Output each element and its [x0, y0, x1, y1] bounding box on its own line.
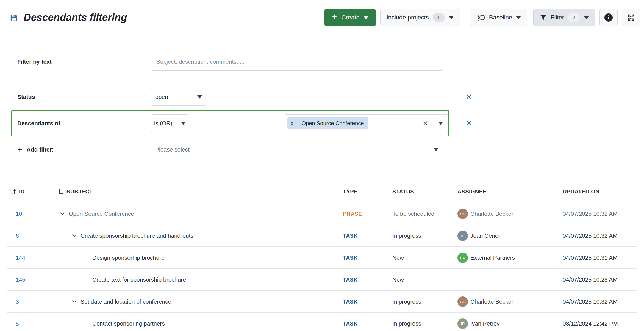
table-row[interactable]: 3 Set date and location of conference TA… — [7, 290, 637, 312]
fullscreen-button[interactable] — [622, 9, 640, 26]
table-row[interactable]: 6 Create sponsorship brochure and hand-o… — [7, 225, 637, 246]
chevron-down-icon — [449, 16, 454, 19]
filter-row-descendants: Descendants of is (OR) x Open Source Con… — [7, 110, 637, 136]
chevron-down-icon[interactable] — [71, 232, 77, 239]
type-badge: TASK — [343, 255, 392, 261]
filter-row-status: Status open ✕ — [7, 84, 637, 110]
chevron-down-icon — [363, 16, 368, 19]
work-package-id-link[interactable]: 10 — [7, 211, 22, 217]
work-package-id-link[interactable]: 145 — [7, 276, 25, 283]
type-badge: TASK — [343, 233, 392, 239]
status-operator-select[interactable]: open — [151, 88, 207, 106]
table-header-row: ID SUBJECT TYPE STATUS ASSIGNEE UPDATED … — [7, 181, 637, 203]
add-filter-placeholder: Please select — [155, 146, 190, 153]
type-badge: TASK — [343, 277, 392, 283]
filter-button[interactable]: Filter 2 — [533, 9, 595, 26]
chevron-down-icon — [181, 122, 186, 125]
plus-icon: + — [332, 12, 338, 22]
remove-status-filter-button[interactable]: ✕ — [466, 92, 472, 101]
add-filter-select[interactable]: Please select — [151, 141, 443, 158]
hierarchy-icon — [58, 188, 64, 195]
work-package-id-link[interactable]: 144 — [7, 254, 25, 261]
assignee-name: Charlotte Becker — [470, 298, 513, 305]
table-row[interactable]: 10 Open Source Conference PHASE To be sc… — [7, 203, 637, 225]
table-body: 10 Open Source Conference PHASE To be sc… — [7, 203, 637, 331]
descendants-filter-highlight: Descendants of is (OR) x Open Source Con… — [11, 110, 449, 136]
create-button[interactable]: + Create — [324, 9, 376, 26]
column-header-subject[interactable]: SUBJECT — [58, 188, 343, 195]
column-header-assignee[interactable]: ASSIGNEE — [457, 189, 563, 195]
status-text: In progress — [392, 320, 457, 327]
assignee-name: External Partners — [470, 254, 515, 261]
include-projects-label: Include projects — [387, 14, 429, 21]
updated-on-text: 04/07/2025 10:32 AM — [563, 232, 637, 239]
avatar: JC — [457, 231, 468, 241]
chevron-down-icon[interactable] — [71, 298, 77, 305]
chevron-down-icon — [434, 148, 438, 151]
table-row[interactable]: 145 Create text for sponsorship brochure… — [7, 268, 637, 290]
filter-by-text-label: Filter by text — [17, 58, 151, 65]
updated-on-text: 08/12/2024 12:42 PM — [563, 320, 637, 327]
remove-descendants-filter-button[interactable]: ✕ — [466, 119, 472, 128]
avatar: EP — [457, 253, 468, 263]
descendants-value-select[interactable]: x Open Source Conference ✕ — [285, 114, 448, 132]
status-text: In progress — [392, 232, 457, 239]
selected-value-chip: x Open Source Conference — [287, 117, 368, 129]
descendants-filter-label: Descendants of — [17, 120, 151, 127]
status-filter-label: Status — [17, 94, 151, 100]
type-badge: PHASE — [343, 211, 392, 217]
status-text: To be scheduled — [392, 211, 457, 217]
filter-count-badge: 2 — [568, 13, 580, 22]
add-filter-label: Add filter: — [27, 146, 54, 153]
updated-on-text: 04/07/2025 10:32 AM — [563, 211, 637, 217]
column-header-status[interactable]: STATUS — [392, 189, 457, 195]
subject-text: Create text for sponsorship brochure — [92, 276, 186, 283]
subject-text: Design sponsorhip brochure — [92, 254, 165, 261]
avatar: CB — [457, 209, 468, 219]
filter-button-label: Filter — [551, 14, 564, 21]
funnel-icon — [540, 14, 547, 21]
baseline-clock-icon — [478, 14, 485, 21]
updated-on-text: 04/07/2025 10:31 AM — [563, 254, 637, 261]
filter-row-add: + Add filter: Please select — [7, 136, 637, 163]
status-text: In progress — [392, 298, 457, 305]
info-button[interactable]: i — [599, 9, 618, 26]
page-title: Descendants filtering — [24, 12, 127, 23]
status-text: New — [392, 276, 457, 283]
baseline-button[interactable]: Baseline — [471, 9, 527, 26]
table-row[interactable]: 144 Design sponsorhip brochure TASK New … — [7, 246, 637, 268]
assignee-name: Ivan Petrov — [470, 320, 499, 327]
chip-remove-icon[interactable]: x — [287, 117, 297, 129]
assignee-name: - — [457, 276, 459, 283]
include-projects-count-badge: 1 — [433, 13, 445, 22]
updated-on-text: 04/07/2025 10:28 AM — [563, 276, 637, 283]
clear-value-icon[interactable]: ✕ — [423, 119, 428, 127]
filter-row-text: Filter by text — [7, 49, 637, 75]
column-header-updated-on[interactable]: UPDATED ON — [563, 189, 637, 195]
status-text: New — [392, 254, 457, 261]
save-icon[interactable] — [10, 13, 18, 22]
chevron-down-icon — [197, 95, 202, 99]
subject-text: Open Source Conference — [69, 211, 134, 217]
descendants-operator-select[interactable]: is (OR) — [151, 114, 189, 132]
filter-divider — [11, 79, 633, 79]
work-packages-table: ID SUBJECT TYPE STATUS ASSIGNEE UPDATED … — [7, 181, 637, 331]
avatar: CB — [457, 296, 468, 307]
column-header-id[interactable]: ID — [7, 188, 58, 195]
work-package-id-link[interactable]: 5 — [7, 320, 19, 327]
descendants-operator-value: is (OR) — [154, 120, 173, 127]
chevron-down-icon[interactable] — [59, 211, 66, 217]
column-header-type[interactable]: TYPE — [343, 189, 392, 195]
work-package-id-link[interactable]: 6 — [7, 232, 19, 239]
chevron-down-icon — [584, 16, 589, 19]
fullscreen-icon — [627, 13, 635, 22]
subject-text: Create sponsorship brochure and hand-out… — [80, 232, 193, 239]
table-row[interactable]: 5 Contact sponsoring partners TASK In pr… — [7, 312, 637, 331]
filter-text-input[interactable] — [151, 53, 443, 71]
toolbar: + Create Include projects 1 Baseline — [324, 9, 640, 26]
work-package-id-link[interactable]: 3 — [7, 298, 19, 305]
include-projects-button[interactable]: Include projects 1 — [380, 9, 460, 26]
plus-icon: + — [17, 145, 22, 154]
chip-label: Open Source Conference — [297, 117, 369, 129]
type-badge: TASK — [343, 321, 392, 327]
